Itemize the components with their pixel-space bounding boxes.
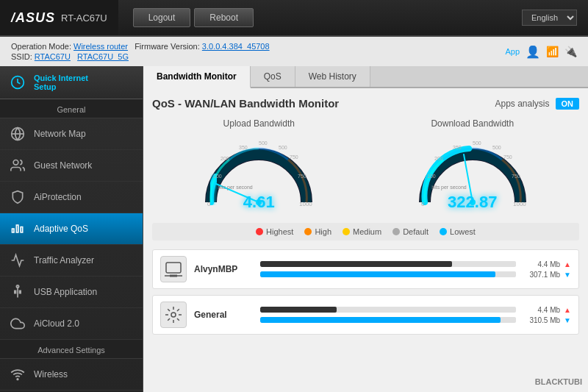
legend-medium-dot [343,228,350,235]
sidebar-item-adaptive-qos[interactable]: Adaptive QoS [0,213,143,245]
aiprotection-label: AiProtection [34,192,82,202]
watermark: BLACKTUBI [535,377,582,386]
asus-logo: /ASUS [11,10,55,26]
firmware-value[interactable]: 3.0.0.4.384_45708 [202,42,270,51]
device-row-0: AlvynMBP 4.4 Mb ▲ [152,249,579,289]
sidebar-item-wireless[interactable]: Wireless [0,359,143,391]
reboot-button[interactable]: Reboot [194,8,254,27]
svg-text:350: 350 [453,145,462,150]
legend-lowest-dot [440,228,447,235]
device-0-download-value: 307.1 Mb [520,271,560,279]
svg-text:bits per second: bits per second [218,185,254,190]
svg-text:750: 750 [290,154,298,160]
sidebar-item-aiprotection[interactable]: AiProtection [0,182,143,213]
svg-text:100: 100 [213,174,222,179]
svg-rect-38 [166,263,181,273]
tabs: Bandwidth Monitor QoS Web History [143,66,588,88]
op-bar-right: App 👤 📶 🔌 [505,45,577,59]
apps-analysis-toggle[interactable]: ON [556,98,580,110]
usb-application-icon [9,283,26,301]
aicloud-icon [9,315,26,332]
app-label: App [505,47,520,56]
device-1-upload-bg [260,307,516,313]
person-icon[interactable]: 👤 [526,45,540,59]
network-map-label: Network Map [34,129,86,139]
device-1-name: General [194,310,253,320]
legend-medium: Medium [343,227,381,236]
sidebar-item-aicloud[interactable]: AiCloud 2.0 [0,308,143,340]
op-mode-label: Operation Mode: [11,42,71,51]
sidebar-item-guest-network[interactable]: Guest Network [0,150,143,182]
device-1-bars: 4.4 Mb ▲ 310.5 Mb ▼ [260,306,571,324]
legend-high: High [304,227,331,236]
header-buttons: Logout Reboot [133,8,254,27]
tab-qos[interactable]: QoS [251,66,295,87]
sidebar-item-quick-setup[interactable]: Quick InternetSetup [0,66,143,99]
svg-text:750: 750 [503,154,512,160]
qos-header: QoS - WAN/LAN Bandwidth Monitor Apps ana… [152,97,579,110]
device-0-name: AlvynMBP [194,264,253,274]
op-bar: Operation Mode: Wireless router Firmware… [0,37,588,66]
device-0-upload-row: 4.4 Mb ▲ [260,260,571,268]
svg-text:0: 0 [207,201,211,207]
svg-text:bits per second: bits per second [431,185,467,190]
upload-title: Upload Bandwidth [223,118,295,129]
upload-gauge: Upload Bandwidth [200,118,318,215]
sidebar-item-usb-application[interactable]: USB Application [0,277,143,308]
svg-text:500: 500 [473,140,481,146]
legend-medium-label: Medium [353,227,381,236]
device-1-upload-row: 4.4 Mb ▲ [260,306,571,314]
download-gauge-canvas: 0 100 200 350 500 500 750 750 1000 bits … [414,132,531,215]
device-1-download-fill [260,317,501,323]
firmware-label: Firmware Version: [135,42,200,51]
device-1-download-bg [260,317,516,323]
wifi-icon: 📶 [546,46,559,57]
device-1-upload-fill [260,307,337,313]
svg-text:200: 200 [434,156,443,161]
ssid-5g[interactable]: RTAC67U_5G [77,52,129,61]
svg-text:350: 350 [239,145,248,150]
app-container: /ASUS RT-AC67U Logout Reboot English Ope… [0,0,588,392]
device-icon-laptop [160,256,187,282]
upload-gauge-canvas: 0 100 200 350 500 500 750 750 1000 bits … [200,132,318,215]
legend-lowest-label: Lowest [450,227,476,236]
svg-text:1000: 1000 [513,201,526,207]
sidebar-item-traffic-analyzer[interactable]: Traffic Analyzer [0,245,143,277]
svg-text:750: 750 [298,174,306,179]
op-bar-info: Operation Mode: Wireless router Firmware… [11,42,270,61]
tab-bandwidth-monitor[interactable]: Bandwidth Monitor [143,66,251,88]
op-mode-line: Operation Mode: Wireless router Firmware… [11,42,270,51]
language-select[interactable]: English [522,10,577,26]
sidebar-item-network-map[interactable]: Network Map [0,118,143,150]
logout-button[interactable]: Logout [133,8,191,27]
ssid-2g[interactable]: RTAC67U [35,52,71,61]
device-0-download-bg [260,271,516,277]
device-0-download-fill [260,271,495,277]
device-row-1: General 4.4 Mb ▲ [152,295,579,335]
op-mode-value[interactable]: Wireless router [74,42,128,51]
quick-setup-icon [9,74,26,91]
usb-application-label: USB Application [34,287,97,297]
advanced-section-title: Advanced Settings [0,340,143,359]
legend-highest-dot [256,228,263,235]
tab-web-history[interactable]: Web History [295,66,370,87]
svg-text:500: 500 [492,145,501,150]
svg-text:100: 100 [427,174,436,179]
legend: Highest High Medium Default [152,223,579,240]
content-area: Bandwidth Monitor QoS Web History QoS - … [143,66,588,392]
general-section-title: General [0,99,143,118]
usb-icon: 🔌 [564,46,577,57]
gauges-row: Upload Bandwidth [152,118,579,215]
download-arrow-icon: ▼ [564,271,571,279]
svg-text:1000: 1000 [299,201,312,207]
network-map-icon [9,125,26,143]
guest-network-label: Guest Network [34,160,92,171]
adaptive-qos-icon [9,220,26,238]
adaptive-qos-label: Adaptive QoS [34,224,88,234]
device-0-upload-fill [260,261,452,267]
download-title: Download Bandwidth [431,118,514,129]
download-value: 322.87 [448,193,497,212]
upload-arrow-icon-1: ▲ [564,306,571,314]
legend-highest: Highest [256,227,293,236]
svg-point-5 [17,379,18,380]
